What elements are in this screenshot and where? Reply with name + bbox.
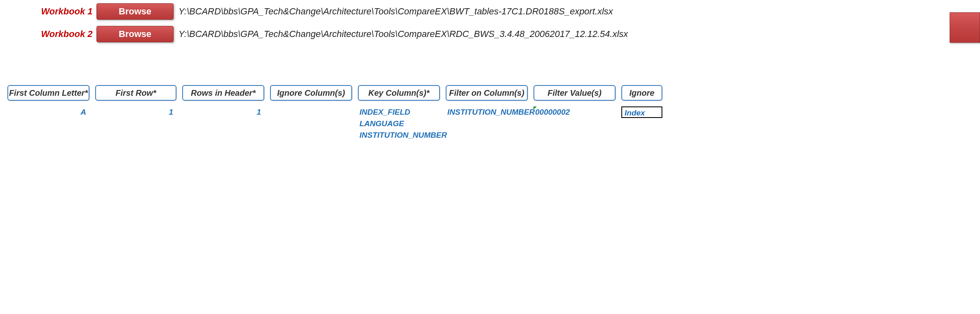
col-first-row: First Row* 1 [95,85,176,141]
col-ignore: Ignore Index [621,85,662,141]
value-ignore-0[interactable]: Index [621,106,662,118]
workbook-2-path: Y:\BCARD\bbs\GPA_Tech&Change\Architectur… [179,29,628,39]
header-filter-values[interactable]: Filter Value(s) [534,85,616,101]
workbook-2-label: Workbook 2 [41,29,96,39]
parameters-area: First Column Letter* A First Row* 1 Rows… [7,85,662,141]
col-filter-values: Filter Value(s) 00000002 [534,85,616,141]
header-filter-on-columns[interactable]: Filter on Column(s) [446,85,528,101]
col-filter-on-columns: Filter on Column(s) INSTITUTION_NUMBER [446,85,528,141]
col-ignore-columns: Ignore Column(s) [270,85,352,141]
header-rows-in-header[interactable]: Rows in Header* [182,85,264,101]
header-ignore-columns[interactable]: Ignore Column(s) [270,85,352,101]
col-rows-in-header: Rows in Header* 1 [182,85,264,141]
value-key-columns-2[interactable]: INSTITUTION_NUMBER [358,129,440,141]
browse-button-2[interactable]: Browse [96,26,174,42]
browse-button-1[interactable]: Browse [96,3,174,20]
col-first-column-letter: First Column Letter* A [7,85,89,141]
col-key-columns: Key Column(s)* INDEX_FIELD LANGUAGE INST… [358,85,440,141]
workbook-1-label: Workbook 1 [41,6,96,17]
value-first-column-letter[interactable]: A [7,106,89,118]
header-ignore[interactable]: Ignore [621,85,662,101]
compare-button[interactable] [950,12,980,43]
header-first-row[interactable]: First Row* [95,85,176,101]
value-key-columns-0[interactable]: INDEX_FIELD [358,106,440,118]
value-rows-in-header[interactable]: 1 [182,106,264,118]
value-first-row[interactable]: 1 [95,106,176,118]
workbook-row-1: Workbook 1 Browse Y:\BCARD\bbs\GPA_Tech&… [41,0,980,23]
value-key-columns-1[interactable]: LANGUAGE [358,118,440,129]
workbook-row-2: Workbook 2 Browse Y:\BCARD\bbs\GPA_Tech&… [41,23,980,45]
value-filter-on-columns-0[interactable]: INSTITUTION_NUMBER [446,106,528,118]
header-first-column-letter[interactable]: First Column Letter* [7,85,89,101]
value-filter-values-0[interactable]: 00000002 [534,106,616,118]
workbook-1-path: Y:\BCARD\bbs\GPA_Tech&Change\Architectur… [179,6,613,17]
header-key-columns[interactable]: Key Column(s)* [358,85,440,101]
